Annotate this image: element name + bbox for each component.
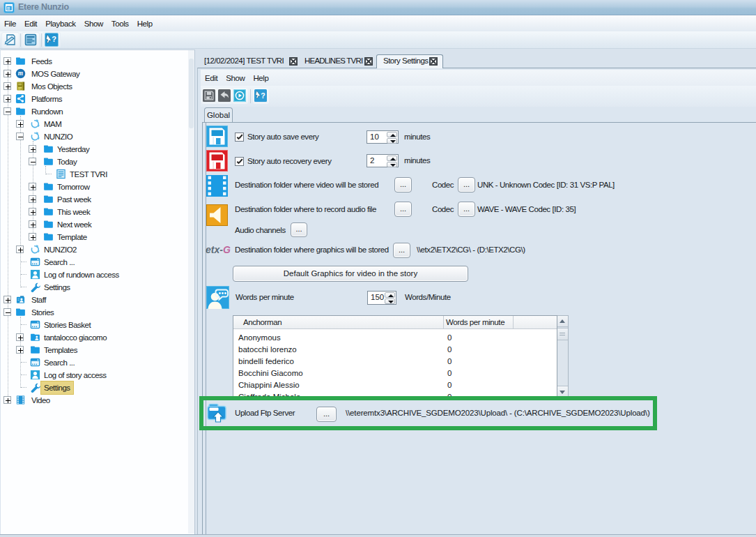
svg-text:?: ?: [52, 35, 56, 43]
svg-text:?: ?: [261, 91, 265, 100]
